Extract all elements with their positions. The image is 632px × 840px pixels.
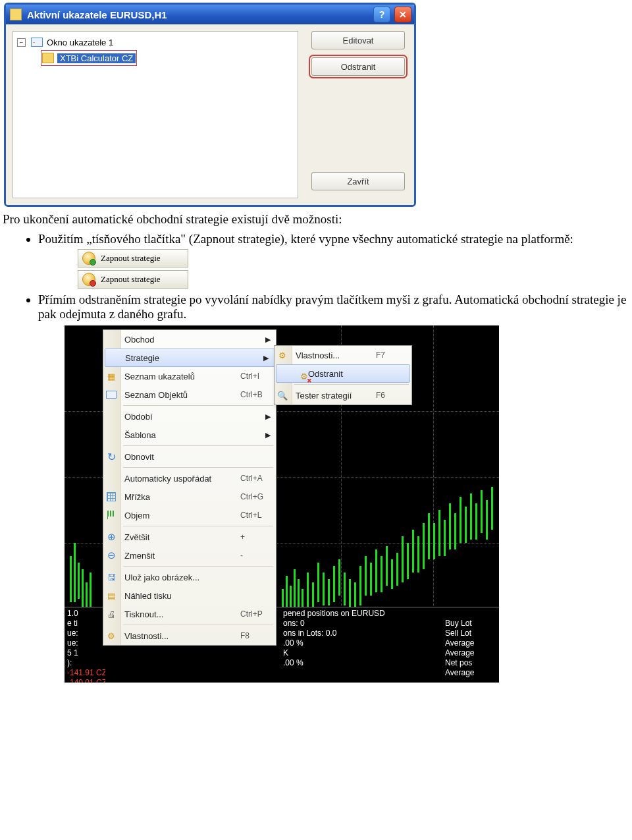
tree-child[interactable]: XTBi Calculator CZ	[41, 50, 137, 66]
gear-remove-icon: ⚙	[298, 370, 310, 382]
menu-item-objem[interactable]: Objem Ctrl+L	[103, 506, 276, 524]
profit-line: -141.91 CZK	[67, 668, 105, 678]
chart-context-menu[interactable]: Obchod ▶ Strategie ▶ ▦ Seznam ukazatelů …	[103, 329, 276, 646]
intro-text: Pro ukončení automatické obchodní strate…	[3, 212, 632, 227]
dialog-buttons: Editovat Odstranit Zavřít	[309, 31, 408, 198]
close-button[interactable]: ✕	[394, 7, 411, 22]
menu-separator	[123, 566, 273, 567]
menu-item-tisknout[interactable]: 🖨 Tisknout... Ctrl+P	[103, 605, 276, 623]
submenu-arrow-icon: ▶	[265, 335, 276, 344]
menu-separator	[123, 526, 273, 526]
menu-item-vlastnosti[interactable]: ⚙ Vlastnosti... F8	[103, 627, 276, 645]
tree-root-label: Okno ukazatele 1	[47, 38, 113, 47]
close-dialog-button[interactable]: Zavřít	[311, 172, 405, 190]
indicators-dialog: Aktivní ukazatele EURUSD,H1 ? ✕ − Okno u…	[4, 3, 416, 207]
submenu-arrow-icon: ▶	[265, 431, 276, 439]
volume-icon	[105, 509, 117, 521]
menu-item-autousporadat[interactable]: Automaticky uspořádat Ctrl+A	[103, 469, 276, 488]
save-image-icon: 🖫	[105, 571, 117, 583]
edit-button[interactable]: Editovat	[311, 31, 405, 49]
list-icon: ▦	[105, 370, 117, 382]
chart-window-icon	[31, 38, 43, 47]
remove-button[interactable]: Odstranit	[311, 57, 405, 76]
menu-separator	[123, 467, 273, 468]
refresh-icon: ↻	[105, 451, 117, 462]
titlebar[interactable]: Aktivní ukazatele EURUSD,H1 ? ✕	[6, 5, 414, 24]
profit-line: -140.01 CZK	[67, 678, 105, 683]
zoom-in-icon: ⊕	[105, 531, 117, 543]
menu-item-seznam-objektu[interactable]: Seznam Objektů Ctrl+B	[103, 385, 276, 404]
print-preview-icon: ▤	[105, 590, 117, 602]
submenu-separator	[294, 384, 409, 385]
menu-separator	[123, 445, 273, 446]
submenu-arrow-icon: ▶	[265, 412, 276, 421]
submenu-item-vlastnosti[interactable]: ⚙ Vlastnosti... F7	[275, 346, 411, 364]
menu-item-zvetsit[interactable]: ⊕ Zvětšit +	[103, 528, 276, 546]
enable-strategies-off-button[interactable]: Zapnout strategie	[78, 270, 188, 289]
strategie-submenu[interactable]: ⚙ Vlastnosti... F7 ⚙ Odstranit 🔍 Tester …	[274, 345, 412, 405]
menu-item-obnovit[interactable]: ↻ Obnovit	[103, 447, 276, 466]
zoom-out-icon: ⊖	[105, 549, 117, 561]
list-item: Použitím „tísňového tlačítka" (Zapnout s…	[38, 232, 632, 289]
properties-icon: ⚙	[105, 630, 117, 642]
help-button[interactable]: ?	[373, 7, 390, 22]
collapse-icon[interactable]: −	[17, 38, 26, 47]
menu-item-sablona[interactable]: Šablona ▶	[103, 426, 276, 444]
menu-item-zmensit[interactable]: ⊖ Zmenšit -	[103, 546, 276, 565]
strategy-off-icon	[82, 273, 95, 286]
tree-child-label: XTBi Calculator CZ	[57, 53, 136, 63]
menu-separator	[123, 625, 273, 625]
grid-icon	[105, 491, 117, 503]
dialog-title: Aktivní ukazatele EURUSD,H1	[27, 9, 371, 20]
menu-separator	[123, 405, 273, 406]
objects-icon	[105, 389, 117, 401]
menu-item-obchod[interactable]: Obchod ▶	[103, 330, 276, 349]
strategy-on-icon	[82, 252, 95, 265]
menu-item-strategie[interactable]: Strategie ▶	[105, 349, 275, 367]
menu-item-nahled-tisku[interactable]: ▤ Náhled tisku	[103, 586, 276, 605]
bullet-list: Použitím „tísňového tlačítka" (Zapnout s…	[22, 232, 632, 322]
menu-item-obdobi[interactable]: Období ▶	[103, 407, 276, 426]
menu-item-seznam-ukazatelu[interactable]: ▦ Seznam ukazatelů Ctrl+I	[103, 367, 276, 385]
indicator-fx-icon	[42, 53, 54, 63]
app-icon	[10, 9, 22, 20]
print-icon: 🖨	[105, 608, 117, 620]
menu-item-mrizka[interactable]: Mřížka Ctrl+G	[103, 488, 276, 506]
magnify-icon: 🔍	[276, 389, 288, 401]
submenu-item-tester[interactable]: 🔍 Tester strategií F6	[275, 386, 411, 405]
tree-root[interactable]: − Okno ukazatele 1	[17, 36, 294, 49]
indicator-tree[interactable]: − Okno ukazatele 1 XTBi Calculator CZ	[13, 31, 298, 198]
list-item: Přímím odstraněním strategie po vyvolání…	[38, 293, 632, 322]
menu-item-ulozit-obrazek[interactable]: 🖫 Ulož jako obrázek...	[103, 568, 276, 586]
enable-strategies-on-button[interactable]: Zapnout strategie	[78, 249, 188, 267]
submenu-item-odstranit[interactable]: ⚙ Odstranit	[276, 364, 410, 383]
dialog-body: − Okno ukazatele 1 XTBi Calculator CZ Ed…	[6, 24, 414, 205]
gear-icon: ⚙	[276, 349, 288, 361]
submenu-arrow-icon: ▶	[263, 354, 274, 362]
chart-screenshot: 1.0 pened positions on EURUSD e ti ons: …	[65, 325, 499, 683]
